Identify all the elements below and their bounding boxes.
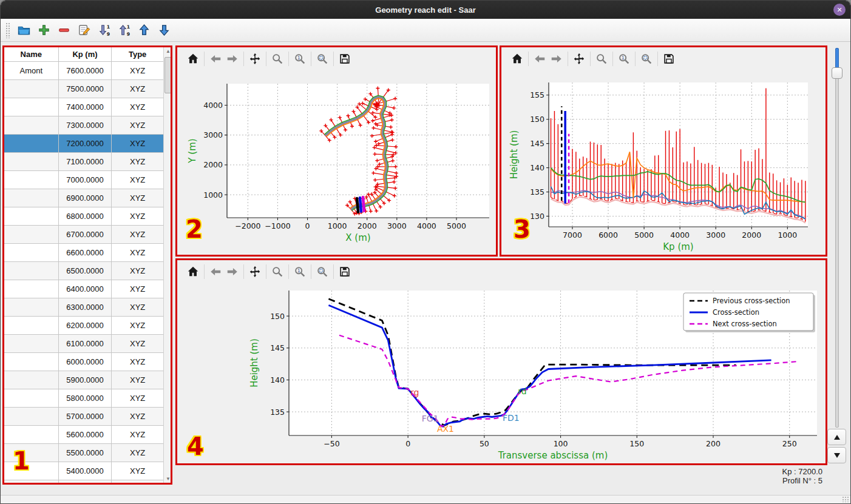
profile-slider[interactable] xyxy=(832,48,841,426)
cell-type[interactable]: XYZ xyxy=(112,244,163,262)
move-down-button[interactable] xyxy=(155,21,173,39)
cell-kp[interactable]: 5900.0000 xyxy=(59,371,112,389)
cell-type[interactable]: XYZ xyxy=(112,426,163,444)
plan-view-plot[interactable]: −2000−1000010002000300040005000100020003… xyxy=(177,70,496,252)
table-row[interactable]: 6000.0000XYZ xyxy=(4,353,163,371)
zoom-button[interactable] xyxy=(269,50,286,67)
cell-name[interactable] xyxy=(4,207,59,226)
cell-kp[interactable]: 6800.0000 xyxy=(59,207,112,226)
close-icon[interactable]: ✕ xyxy=(833,4,846,16)
table-row[interactable]: 7200.0000XYZ xyxy=(4,135,163,153)
pan-button[interactable] xyxy=(571,50,588,67)
cell-name[interactable] xyxy=(4,244,59,262)
table-row[interactable]: 6400.0000XYZ xyxy=(4,280,163,298)
remove-cross-section-button[interactable] xyxy=(55,21,73,39)
cell-kp[interactable]: 6500.0000 xyxy=(59,262,112,280)
zoom-one-button[interactable]: 1 xyxy=(291,263,308,280)
cell-type[interactable]: XYZ xyxy=(112,298,163,317)
cell-kp[interactable]: 6000.0000 xyxy=(59,353,112,371)
profile-plot[interactable]: 7000600050004000300020001000130135140145… xyxy=(501,70,826,252)
cell-name[interactable] xyxy=(4,408,59,426)
table-row[interactable]: 6300.0000XYZ xyxy=(4,298,163,317)
table-row[interactable]: 5900.0000XYZ xyxy=(4,371,163,389)
forward-button[interactable] xyxy=(224,50,241,67)
cell-kp[interactable]: 7400.0000 xyxy=(59,98,112,116)
cell-type[interactable]: XYZ xyxy=(112,444,163,462)
cell-kp[interactable]: 7000.0000 xyxy=(59,171,112,189)
cell-kp[interactable]: 7500.0000 xyxy=(59,80,112,98)
table-row[interactable]: 5400.0000XYZ xyxy=(4,462,163,480)
slider-handle[interactable] xyxy=(832,67,843,79)
cell-name[interactable] xyxy=(4,80,59,98)
table-row[interactable]: 6900.0000XYZ xyxy=(4,189,163,207)
cell-type[interactable]: XYZ xyxy=(112,80,163,98)
table-row[interactable]: 6100.0000XYZ xyxy=(4,335,163,353)
save-button[interactable] xyxy=(336,50,353,67)
table-row[interactable]: 6500.0000XYZ xyxy=(4,262,163,280)
sort-descending-button[interactable]: 19 xyxy=(95,21,113,39)
cell-name[interactable] xyxy=(4,280,59,298)
back-button[interactable] xyxy=(207,50,224,67)
cell-type[interactable]: XYZ xyxy=(112,280,163,298)
cell-kp[interactable]: 6200.0000 xyxy=(59,317,112,335)
cell-type[interactable]: XYZ xyxy=(112,262,163,280)
table-scrollbar[interactable]: ▲ ▼ xyxy=(163,47,172,483)
cell-kp[interactable]: 6600.0000 xyxy=(59,244,112,262)
cell-type[interactable]: XYZ xyxy=(112,462,163,480)
zoom-fit-button[interactable] xyxy=(314,263,331,280)
cell-type[interactable]: XYZ xyxy=(112,62,163,80)
edit-cross-section-button[interactable] xyxy=(75,21,93,39)
cell-name[interactable] xyxy=(4,353,59,371)
column-header-name[interactable]: Name xyxy=(4,47,59,62)
cell-kp[interactable]: 6400.0000 xyxy=(59,280,112,298)
cell-kp[interactable]: 6900.0000 xyxy=(59,189,112,207)
cell-kp[interactable]: 5600.0000 xyxy=(59,426,112,444)
move-up-button[interactable] xyxy=(135,21,153,39)
cell-name[interactable] xyxy=(4,426,59,444)
cell-kp[interactable]: 7100.0000 xyxy=(59,153,112,171)
cell-kp[interactable]: 6700.0000 xyxy=(59,226,112,244)
home-button[interactable] xyxy=(185,50,202,67)
scrollbar-thumb[interactable] xyxy=(164,57,172,93)
cell-type[interactable]: XYZ xyxy=(112,480,163,483)
add-cross-section-button[interactable] xyxy=(35,21,53,39)
home-button[interactable] xyxy=(185,263,202,280)
resize-grip-icon[interactable] xyxy=(842,496,849,502)
cell-name[interactable] xyxy=(4,116,59,135)
cell-name[interactable] xyxy=(4,462,59,480)
cell-type[interactable]: XYZ xyxy=(112,371,163,389)
back-button[interactable] xyxy=(207,263,224,280)
save-button[interactable] xyxy=(336,263,353,280)
cell-kp[interactable]: 6100.0000 xyxy=(59,335,112,353)
cell-name[interactable] xyxy=(4,171,59,189)
cell-kp[interactable]: 5400.0000 xyxy=(59,462,112,480)
cell-type[interactable]: XYZ xyxy=(112,408,163,426)
cell-type[interactable]: XYZ xyxy=(112,317,163,335)
table-row[interactable]: 6800.0000XYZ xyxy=(4,207,163,226)
cell-kp[interactable]: 5300.0000 xyxy=(59,480,112,483)
toolbar-grip[interactable] xyxy=(5,22,10,38)
cell-name[interactable] xyxy=(4,298,59,317)
cell-name[interactable] xyxy=(4,262,59,280)
open-file-button[interactable] xyxy=(15,21,33,39)
back-button[interactable] xyxy=(531,50,548,67)
cell-name[interactable]: Amont xyxy=(4,62,59,80)
cell-type[interactable]: XYZ xyxy=(112,207,163,226)
scroll-down-icon[interactable]: ▼ xyxy=(164,475,172,483)
table-row[interactable]: 5600.0000XYZ xyxy=(4,426,163,444)
table-row[interactable]: 7500.0000XYZ xyxy=(4,80,163,98)
forward-button[interactable] xyxy=(548,50,565,67)
cell-kp[interactable]: 5700.0000 xyxy=(59,408,112,426)
table-row[interactable]: 6200.0000XYZ xyxy=(4,317,163,335)
save-button[interactable] xyxy=(660,50,677,67)
cell-name[interactable] xyxy=(4,153,59,171)
profile-up-button[interactable] xyxy=(827,429,846,445)
table-row[interactable]: 7400.0000XYZ xyxy=(4,98,163,116)
table-row[interactable]: 5500.0000XYZ xyxy=(4,444,163,462)
column-header-kp-m-[interactable]: Kp (m) xyxy=(59,47,112,62)
zoom-button[interactable] xyxy=(593,50,610,67)
table-row[interactable]: 5300.0000XYZ xyxy=(4,480,163,483)
table-row[interactable]: 6600.0000XYZ xyxy=(4,244,163,262)
profile-down-button[interactable] xyxy=(827,447,846,463)
zoom-button[interactable] xyxy=(269,263,286,280)
